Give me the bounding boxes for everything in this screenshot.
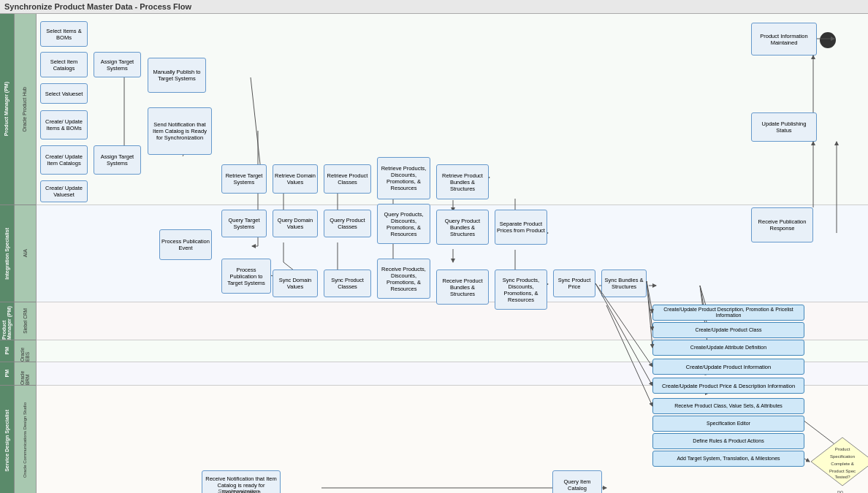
sync-bundles-structures-label: Sync Bundles & Structures (604, 277, 644, 290)
query-target-systems-box: Query Target Systems (221, 210, 267, 237)
define-rules-actions-label: Define Rules & Product Actions (693, 438, 764, 444)
import-product-class-studio-label: Specification Editor (707, 421, 750, 427)
retrieve-product-bundles-box: Retrieve Product Bundles & Structures (436, 164, 489, 199)
svg-text:Product: Product (835, 447, 850, 451)
svg-text:Tested?: Tested? (834, 475, 850, 479)
retrieve-products-discounts-box: Retrieve Products, Discounts, Promotions… (377, 157, 430, 199)
retrieve-target-systems-box: Retrieve Target Systems (221, 164, 267, 194)
query-item-catalog-box: Query Item Catalog (552, 470, 602, 493)
manually-publish-label: Manually Publish to Target Systems (150, 69, 204, 82)
retrieve-products-discounts-label: Retrieve Products, Discounts, Promotions… (379, 165, 428, 191)
retrieve-product-classes-label: Retrieve Product Classes (326, 172, 369, 186)
synchronization-label: Synchronization (218, 488, 259, 493)
sync-domain-values-box: Sync Domain Values (273, 270, 318, 297)
select-item-catalogs-box: Select Item Catalogs (40, 52, 88, 77)
lane-outer-label-5: PM (4, 370, 9, 378)
sync-products-discounts-box: Sync Products, Discounts, Promotions, & … (495, 270, 547, 310)
sync-bundles-structures-box: Sync Bundles & Structures (601, 270, 647, 297)
process-flow-area: Select Items & BOMs Select Item Catalogs… (37, 14, 868, 493)
receive-product-class-attrs-label: Receive Product Class, Value Sets, & Att… (674, 403, 783, 409)
select-valueset-label: Select Valueset (45, 91, 83, 97)
receive-publication-response-box: Receive Publication Response (751, 207, 813, 242)
page-title: Synchronize Product Master Data - Proces… (4, 2, 191, 11)
query-product-classes-label: Query Product Classes (326, 217, 369, 230)
query-item-catalog-label: Query Item Catalog (555, 478, 600, 492)
assign-target-systems-2-box: Assign Target Systems (94, 145, 141, 175)
update-publishing-status-box: Update Publishing Status (751, 112, 817, 142)
lane-inner-label-4: Oracle EBS (20, 340, 30, 362)
end-circle-top (820, 32, 836, 48)
svg-text:Product Spec: Product Spec (829, 469, 856, 473)
receive-publication-response-label: Receive Publication Response (753, 218, 811, 232)
product-info-maintained-label: Product Information Maintained (753, 33, 815, 46)
query-product-bundles-box: Query Product Bundles & Structures (436, 210, 489, 245)
lane-inner-label-1: Oracle Product Hub (22, 87, 28, 131)
create-update-attribute-def-label: Create/Update Attribute Definition (690, 345, 766, 351)
select-items-boms-label: Select Items & BOMs (42, 28, 85, 41)
retrieve-domain-values-box: Retrieve Domain Values (273, 164, 318, 194)
assign-target-systems-2-label: Assign Target Systems (96, 153, 139, 167)
query-product-bundles-label: Query Product Bundles & Structures (438, 218, 487, 237)
process-publication-target-label: Process Publication to Target Systems (224, 267, 269, 286)
lane-outer-label-6: Service Design Specialist (4, 410, 9, 472)
receive-product-bundles-box: Receive Product Bundles & Structures (436, 270, 489, 305)
create-update-product-desc-box: Create/Update Product Description, Promo… (652, 305, 804, 321)
sync-products-discounts-label: Sync Products, Discounts, Promotions, & … (497, 277, 545, 303)
query-domain-values-label: Query Domain Values (275, 217, 316, 230)
process-publication-target-box: Process Publication to Target Systems (221, 259, 271, 294)
receive-product-bundles-label: Receive Product Bundles & Structures (438, 278, 487, 297)
receive-products-discounts-box: Receive Products, Discounts, Promotions,… (377, 259, 430, 299)
lane-inner-label-5: Oracle BRM (20, 362, 30, 385)
retrieve-target-systems-label: Retrieve Target Systems (224, 172, 264, 186)
assign-target-systems-1-label: Assign Target Systems (96, 58, 139, 72)
query-products-discounts-box: Query Products, Discounts, Promotions, &… (377, 204, 430, 244)
title-bar: Synchronize Product Master Data - Proces… (0, 0, 868, 14)
create-update-product-class-box: Create/Update Product Class (652, 322, 804, 338)
create-update-product-desc-label: Create/Update Product Description, Promo… (655, 307, 802, 319)
retrieve-domain-values-label: Retrieve Domain Values (275, 172, 316, 186)
retrieve-product-classes-box: Retrieve Product Classes (324, 164, 371, 194)
update-publishing-status-label: Update Publishing Status (753, 121, 815, 134)
create-update-product-class-label: Create/Update Product Class (695, 327, 761, 333)
create-update-valueset-label: Create/ Update Valueset (42, 185, 85, 198)
create-update-items-boms-label: Create/ Update Items & BOMs (42, 118, 85, 131)
separate-product-prices-label: Separate Product Prices from Product (497, 221, 545, 234)
lane-outer-label-2: Integration Specialist (4, 228, 9, 280)
lane-inner-label-6: Oracle Communications Design Studio (23, 402, 28, 478)
create-update-product-price-box: Create/Update Product Price & Descriptio… (652, 378, 804, 394)
import-product-class-studio-box: Specification Editor (652, 416, 804, 432)
lane-outer-label-4: PM (4, 347, 9, 355)
manually-publish-box: Manually Publish to Target Systems (148, 58, 206, 93)
product-info-maintained-box: Product Information Maintained (751, 23, 817, 56)
create-update-items-boms-box: Create/ Update Items & BOMs (40, 110, 88, 140)
select-items-boms-box: Select Items & BOMs (40, 21, 88, 47)
query-product-classes-box: Query Product Classes (324, 210, 371, 237)
select-item-catalogs-label: Select Item Catalogs (42, 58, 85, 72)
create-update-attribute-def-box: Create/Update Attribute Definition (652, 340, 804, 356)
query-domain-values-box: Query Domain Values (273, 210, 318, 237)
separate-product-prices-box: Separate Product Prices from Product (495, 210, 547, 245)
sync-product-classes-label: Sync Product Classes (326, 277, 369, 290)
select-valueset-box: Select Valueset (40, 83, 88, 104)
query-target-systems-label: Query Target Systems (224, 217, 264, 230)
lane-inner-label-2: AIA (23, 249, 28, 257)
create-update-valueset-box: Create/ Update Valueset (40, 180, 88, 202)
add-target-system-label: Add Target System, Translation, & Milest… (677, 456, 780, 462)
lane-inner-label-3: Siebel CRM (23, 308, 28, 334)
process-publication-event-label: Process Publication Event (161, 238, 210, 251)
svg-text:Specification: Specification (830, 454, 855, 459)
create-update-product-info-label: Create/Update Product Information (686, 364, 771, 370)
sync-product-classes-box: Sync Product Classes (324, 270, 371, 297)
sync-product-price-box: Sync Product Price (553, 270, 595, 297)
process-publication-event-box: Process Publication Event (159, 229, 212, 260)
send-notification-box: Send Notification that Item Catalog is R… (148, 107, 212, 155)
svg-text:Complete &: Complete & (831, 462, 853, 466)
create-update-product-info-box: Create/Update Product Information (652, 359, 804, 375)
swim-lanes: Product Manager (PM) Oracle Product Hub … (0, 14, 37, 493)
lane-outer-label-1: Product Manager (PM) (4, 82, 9, 136)
product-spec-complete-diamond: Product Specification Complete & Product… (810, 436, 868, 487)
query-products-discounts-label: Query Products, Discounts, Promotions, &… (379, 211, 428, 237)
create-update-item-catalogs-label: Create/ Update Item Catalogs (42, 153, 85, 167)
sync-product-price-label: Sync Product Price (555, 277, 593, 290)
define-rules-actions-box: Define Rules & Product Actions (652, 433, 804, 449)
